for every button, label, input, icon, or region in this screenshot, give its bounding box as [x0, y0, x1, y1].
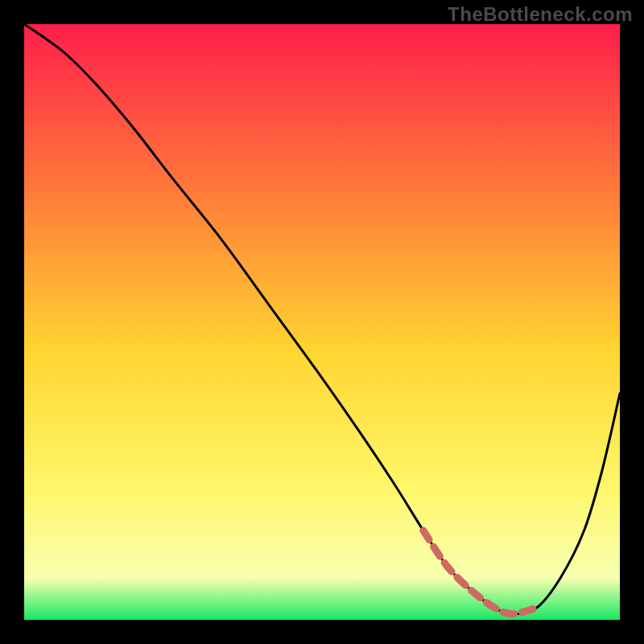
chart-frame: TheBottleneck.com — [0, 0, 644, 644]
watermark-text: TheBottleneck.com — [448, 3, 633, 26]
plot-area — [24, 24, 620, 620]
plot-svg — [24, 24, 620, 620]
gradient-background — [24, 24, 620, 620]
